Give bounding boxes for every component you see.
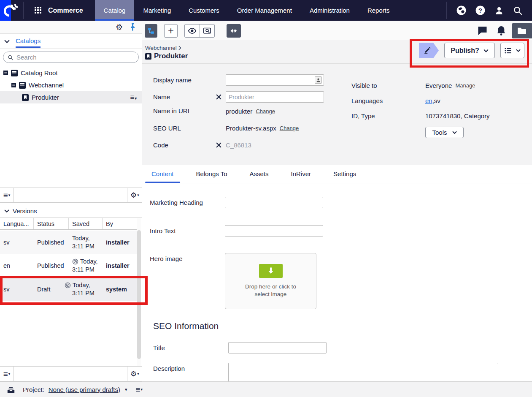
user-icon[interactable]	[494, 5, 504, 16]
version-language: en	[0, 262, 34, 269]
nav-tab-administration[interactable]: Administration	[301, 0, 359, 21]
app-switcher-icon[interactable]	[35, 7, 42, 14]
collapse-icon[interactable]	[3, 71, 8, 75]
marketing-heading-input[interactable]	[225, 197, 323, 208]
publish-cluster: Publish?	[419, 43, 524, 58]
tree-item-label: Catalog Root	[21, 69, 58, 76]
gear-menu-icon[interactable]: ⚙▾	[127, 188, 142, 202]
language-en-link[interactable]: en	[425, 97, 432, 104]
expand-button[interactable]	[227, 24, 241, 38]
tab-belongs-to[interactable]: Belongs To	[190, 165, 234, 183]
publish-button[interactable]: Publish?	[444, 43, 495, 58]
optimizely-logo-icon	[3, 3, 19, 17]
hamburger-menu-icon[interactable]: ≡▾	[0, 367, 14, 381]
project-menu-icon[interactable]: ≡▾	[135, 386, 143, 394]
content-tabs: Content Belongs To Assets InRiver Settin…	[142, 165, 532, 183]
current-version-icon	[72, 258, 78, 265]
tab-content[interactable]: Content	[145, 165, 180, 183]
chevron-down-icon[interactable]: ▾	[125, 387, 127, 392]
seo-title-input[interactable]	[228, 342, 327, 353]
preview-button[interactable]	[200, 24, 214, 37]
project-value: None (use primary drafts)	[49, 386, 120, 393]
view-button[interactable]	[185, 24, 200, 37]
version-by: system	[103, 286, 139, 293]
version-row[interactable]: sv Published Today, 3:11 PM installer	[0, 231, 139, 254]
tools-button[interactable]: Tools	[425, 127, 464, 138]
edit-mode-badge[interactable]	[419, 43, 439, 58]
change-seo-url-link[interactable]: Change	[280, 125, 299, 131]
tab-assets[interactable]: Assets	[243, 165, 275, 183]
versions-section-header[interactable]: Versions	[0, 204, 142, 218]
version-row[interactable]: en Published Today, 3:11 PM installer	[0, 254, 139, 277]
tree-item-catalog-root[interactable]: Catalog Root	[0, 67, 142, 79]
options-list-button[interactable]	[500, 43, 524, 58]
hero-image-dropzone[interactable]: Drop here or click to select image	[225, 253, 316, 309]
nav-tab-reports[interactable]: Reports	[359, 0, 399, 21]
code-value: C_86813	[226, 141, 251, 149]
add-button[interactable]: +	[164, 24, 178, 38]
column-header-language[interactable]: Langua...	[0, 218, 34, 229]
category-header: Webchannel Produkter Publish?	[142, 40, 532, 165]
nav-tab-customers[interactable]: Customers	[180, 0, 228, 21]
version-status: Published	[34, 239, 69, 246]
seo-description-input[interactable]	[228, 363, 498, 381]
languages-label: Languages	[351, 97, 425, 104]
tree-item-webchannel[interactable]: Webchannel	[0, 79, 142, 91]
tab-inriver[interactable]: InRiver	[285, 165, 318, 183]
project-selector[interactable]: None (use primary drafts)	[49, 386, 120, 393]
assets-panel-button[interactable]	[512, 23, 532, 38]
comment-icon[interactable]	[477, 26, 488, 35]
gear-menu-icon[interactable]: ⚙▾	[127, 367, 142, 381]
manage-access-link[interactable]: Manage	[455, 82, 475, 89]
search-icon[interactable]	[513, 5, 523, 16]
screen-search-icon	[203, 27, 211, 35]
scrollbar-thumb[interactable]	[137, 230, 141, 359]
catalog-search[interactable]	[3, 52, 139, 63]
pin-icon[interactable]	[130, 23, 136, 31]
visible-to-value: Everyone	[425, 82, 452, 89]
context-menu-icon[interactable]: ≡▾	[130, 93, 137, 102]
catalogs-panel-header[interactable]: Catalogs	[0, 34, 142, 49]
change-url-link[interactable]: Change	[256, 108, 275, 114]
globe-icon[interactable]	[456, 5, 467, 16]
versions-scrollbar[interactable]	[137, 218, 141, 374]
marketing-heading-label: Marketing Heading	[150, 197, 225, 208]
nav-tab-order-management[interactable]: Order Management	[228, 0, 301, 21]
column-header-status[interactable]: Status	[34, 218, 69, 229]
optimizely-logo[interactable]	[0, 0, 23, 21]
tab-settings[interactable]: Settings	[327, 165, 362, 183]
horizontal-arrows-icon	[230, 28, 238, 34]
gear-icon[interactable]: ⚙	[116, 23, 123, 31]
nav-tab-marketing[interactable]: Marketing	[134, 0, 180, 21]
column-header-saved[interactable]: Saved	[69, 218, 103, 229]
intro-text-input[interactable]	[225, 225, 323, 237]
chevron-down-icon	[516, 49, 521, 52]
search-input[interactable]	[16, 54, 134, 61]
display-name-input[interactable]	[226, 74, 324, 86]
version-by: installer	[103, 262, 139, 269]
publish-button-label: Publish?	[451, 47, 479, 54]
display-name-label: Display name	[153, 76, 216, 84]
translation-widget-icon[interactable]	[315, 76, 322, 84]
version-row-draft[interactable]: sv Draft Today, 3:11 PM system	[0, 277, 139, 301]
nav-tab-catalog[interactable]: Catalog	[95, 0, 135, 21]
breadcrumb-webchannel[interactable]: Webchannel	[145, 45, 177, 51]
main-toolbar: +	[142, 21, 532, 40]
visible-to-label: Visible to	[351, 82, 425, 89]
current-version-icon	[65, 282, 71, 288]
breadcrumb: Webchannel	[145, 45, 181, 51]
collapse-icon[interactable]	[11, 83, 16, 87]
tree-item-produkter[interactable]: Produkter ≡▾	[0, 91, 142, 103]
help-icon[interactable]: ?	[475, 5, 486, 16]
catalog-tree-toggle-button[interactable]	[145, 24, 157, 38]
hamburger-menu-icon[interactable]: ≡▾	[0, 188, 14, 202]
notification-bell-icon[interactable]	[497, 26, 506, 36]
catalog-tree: Catalog Root Webchannel Produkter ≡▾	[0, 67, 142, 103]
column-header-by[interactable]: By	[103, 218, 139, 229]
tree-item-label: Produkter	[32, 94, 59, 101]
search-icon	[8, 54, 13, 60]
plus-icon: +	[168, 25, 174, 37]
product-name: Commerce	[48, 7, 83, 14]
name-input	[226, 91, 324, 103]
version-saved: Today, 3:11 PM	[69, 234, 103, 250]
